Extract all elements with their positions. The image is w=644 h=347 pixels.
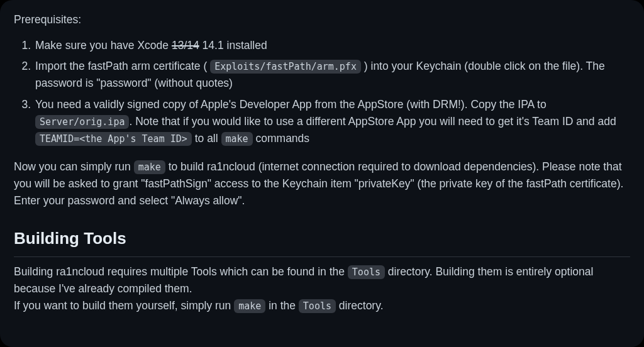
inline-code: make: [134, 160, 165, 174]
prerequisites-list: Make sure you have Xcode 13/14 14.1 inst…: [14, 37, 630, 147]
list-item: You need a validly signed copy of Apple'…: [34, 96, 630, 147]
inline-code: make: [221, 132, 253, 146]
readme-document: Prerequisites: Make sure you have Xcode …: [0, 0, 644, 347]
inline-code: make: [234, 299, 265, 313]
inline-code: Tools: [299, 299, 336, 313]
run-instructions: Now you can simply run make to build ra1…: [14, 158, 630, 209]
text: in the: [265, 299, 299, 312]
text: directory.: [336, 299, 384, 312]
inline-code: TEAMID=<the App's Team ID>: [35, 132, 192, 146]
text: to all: [192, 132, 221, 145]
text: Make sure you have Xcode: [35, 39, 172, 52]
text: If you want to build them yourself, simp…: [14, 299, 234, 312]
inline-code: Tools: [348, 265, 385, 279]
text: . Note that if you would like to use a d…: [129, 115, 616, 128]
text: You need a validly signed copy of Apple'…: [35, 98, 547, 111]
inline-code: Exploits/fastPath/arm.pfx: [210, 60, 361, 74]
building-tools-paragraph: Building ra1ncloud requires multiple Too…: [14, 263, 630, 314]
list-item: Import the fastPath arm certificate ( Ex…: [34, 58, 630, 92]
text: Building ra1ncloud requires multiple Too…: [14, 265, 348, 278]
list-item: Make sure you have Xcode 13/14 14.1 inst…: [34, 37, 630, 54]
section-heading-building-tools: Building Tools: [14, 226, 630, 256]
text: commands: [253, 132, 309, 145]
text: Now you can simply run: [14, 160, 134, 173]
inline-code: Server/orig.ipa: [35, 115, 129, 129]
prerequisites-label: Prerequisites:: [14, 11, 630, 28]
text: Import the fastPath arm certificate (: [35, 60, 210, 72]
strikethrough-text: 13/14: [172, 39, 199, 52]
text: 14.1 installed: [199, 39, 267, 52]
